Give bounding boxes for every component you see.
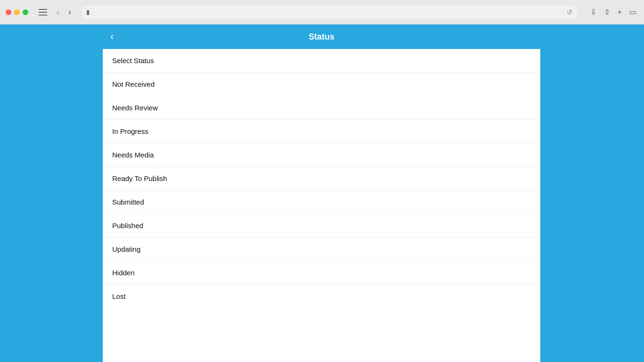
forward-nav-button[interactable]: › [66, 6, 74, 18]
shield-icon: ▮ [86, 8, 90, 16]
page-content: ‹ Status Select StatusNot ReceivedNeeds … [0, 25, 644, 362]
list-item[interactable]: Select Status [103, 49, 540, 73]
side-background-right [540, 25, 644, 362]
back-nav-button[interactable]: ‹ [54, 6, 62, 18]
list-item[interactable]: Submitted [103, 190, 540, 214]
list-item[interactable]: Needs Media [103, 143, 540, 167]
list-item[interactable]: Ready To Publish [103, 167, 540, 190]
list-item[interactable]: Needs Review [103, 96, 540, 120]
browser-chrome: ‹ › ▮ ↺ ⇩ ⇧ + ▭ [0, 0, 644, 25]
main-panel: ‹ Status Select StatusNot ReceivedNeeds … [103, 25, 540, 362]
sidebar-toggle-button[interactable] [39, 9, 47, 16]
tabs-button[interactable]: ▭ [627, 7, 638, 17]
refresh-button[interactable]: ↺ [567, 8, 572, 16]
status-list: Select StatusNot ReceivedNeeds ReviewIn … [103, 49, 540, 362]
list-item[interactable]: Not Received [103, 73, 540, 96]
share-button[interactable]: ⇧ [602, 7, 612, 17]
traffic-lights [6, 9, 28, 15]
panel-title: Status [112, 32, 531, 42]
maximize-button[interactable] [23, 9, 28, 15]
download-button[interactable]: ⇩ [588, 7, 598, 17]
list-item[interactable]: Published [103, 214, 540, 238]
list-item[interactable]: Updating [103, 238, 540, 261]
close-button[interactable] [6, 9, 11, 15]
panel-header: ‹ Status [103, 25, 540, 49]
side-background-left [0, 25, 103, 362]
back-button[interactable]: ‹ [110, 32, 114, 42]
list-item[interactable]: In Progress [103, 120, 540, 143]
new-tab-button[interactable]: + [616, 7, 624, 17]
list-item[interactable]: Lost [103, 285, 540, 308]
list-item[interactable]: Hidden [103, 261, 540, 285]
minimize-button[interactable] [14, 9, 20, 15]
address-bar: ▮ ↺ [82, 6, 577, 19]
toolbar-right: ⇩ ⇧ + ▭ [588, 7, 638, 17]
